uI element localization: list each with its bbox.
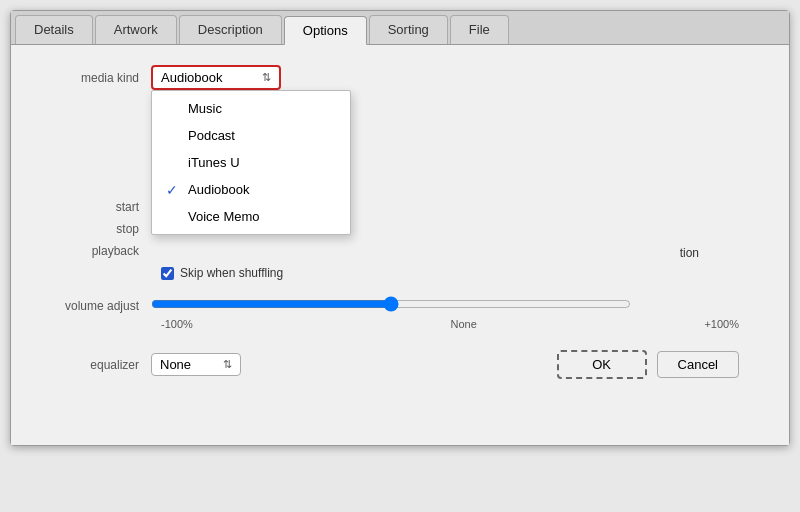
media-kind-arrow-icon: ⇅: [262, 71, 271, 84]
equalizer-left: equalizer None ⇅: [41, 353, 241, 376]
media-kind-dropdown-wrapper: Audiobook ⇅ ✓ Music ✓ Podcast: [151, 65, 281, 90]
dropdown-item-music[interactable]: ✓ Music: [152, 95, 350, 122]
ok-button[interactable]: OK: [557, 350, 647, 379]
equalizer-row: equalizer None ⇅ OK Cancel: [41, 350, 759, 379]
tab-bar: Details Artwork Description Options Sort…: [11, 11, 789, 45]
dropdown-item-voice-memo[interactable]: ✓ Voice Memo: [152, 203, 350, 230]
dropdown-item-itunes-u[interactable]: ✓ iTunes U: [152, 149, 350, 176]
equalizer-label: equalizer: [41, 358, 151, 372]
volume-slider-container: [151, 296, 739, 315]
equalizer-arrow-icon: ⇅: [223, 358, 232, 371]
skip-shuffling-label: Skip when shuffling: [180, 266, 283, 280]
equalizer-dropdown-button[interactable]: None ⇅: [151, 353, 241, 376]
volume-slider[interactable]: [151, 296, 631, 312]
media-kind-value: Audiobook: [161, 70, 222, 85]
volume-labels: -100% None +100%: [41, 318, 759, 330]
tab-details[interactable]: Details: [15, 15, 93, 44]
volume-min-label: -100%: [161, 318, 193, 330]
start-row: start: [41, 200, 759, 214]
cancel-button[interactable]: Cancel: [657, 351, 739, 378]
start-label: start: [41, 200, 151, 214]
volume-row: volume adjust -100% None +100%: [41, 296, 759, 330]
playback-row: playback tion: [41, 244, 759, 258]
dropdown-item-audiobook[interactable]: ✓ Audiobook: [152, 176, 350, 203]
partial-text: tion: [680, 246, 699, 260]
playback-label: playback: [41, 244, 151, 258]
volume-max-label: +100%: [704, 318, 739, 330]
dropdown-item-podcast[interactable]: ✓ Podcast: [152, 122, 350, 149]
skip-row: Skip when shuffling: [41, 266, 759, 280]
content-area: media kind Audiobook ⇅ ✓ Music ✓: [11, 45, 789, 445]
skip-shuffling-checkbox[interactable]: [161, 267, 174, 280]
stop-label: stop: [41, 222, 151, 236]
tab-file[interactable]: File: [450, 15, 509, 44]
volume-label: volume adjust: [41, 299, 151, 313]
stop-row: stop: [41, 222, 759, 236]
media-kind-dropdown-button[interactable]: Audiobook ⇅: [151, 65, 281, 90]
media-kind-row: media kind Audiobook ⇅ ✓ Music ✓: [41, 65, 759, 90]
media-kind-label: media kind: [41, 71, 151, 85]
tab-sorting[interactable]: Sorting: [369, 15, 448, 44]
tab-artwork[interactable]: Artwork: [95, 15, 177, 44]
tab-description[interactable]: Description: [179, 15, 282, 44]
media-kind-dropdown-menu: ✓ Music ✓ Podcast ✓ iTunes U ✓: [151, 90, 351, 235]
equalizer-value: None: [160, 357, 191, 372]
main-window: Details Artwork Description Options Sort…: [10, 10, 790, 446]
tab-options[interactable]: Options: [284, 16, 367, 45]
checkmark-audiobook-icon: ✓: [166, 182, 178, 198]
action-buttons: OK Cancel: [557, 350, 739, 379]
volume-mid-label: None: [450, 318, 476, 330]
